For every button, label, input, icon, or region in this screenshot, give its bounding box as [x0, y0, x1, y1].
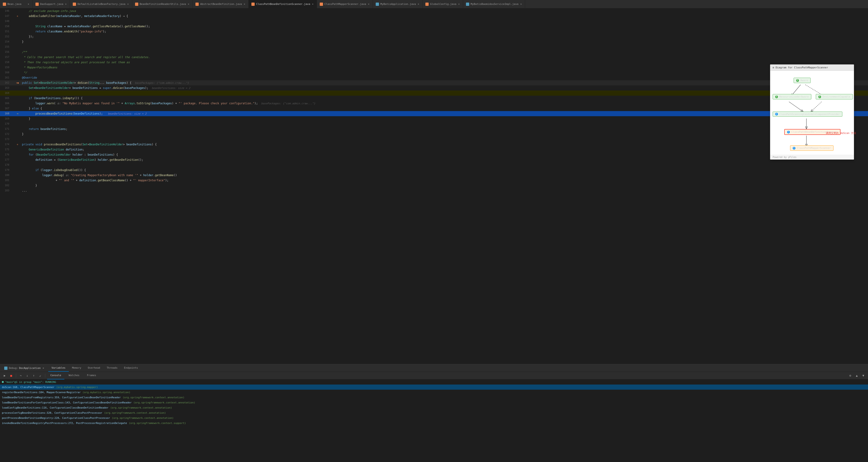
tab-classpathbeandefinition[interactable]: ClassPathBeanDefinitionScanner.java ×: [249, 0, 317, 8]
line-content-168: processBeanDefinitions(beanDefinitions);…: [21, 111, 868, 116]
debug-toolbar: ▶ ■ ↷ ↓ ↑ ↙ Console Watches Frames ⚙ ▲ ▼: [0, 372, 868, 379]
tab-defaultlistable[interactable]: DefaultListableBeanFactory.java ×: [70, 0, 132, 8]
line-content-162: public Set<BeanDefinitionHolder> doScan(…: [21, 80, 868, 86]
tab-close-mybatisbaomidou[interactable]: ×: [520, 2, 522, 6]
line-content-176: for (BeanDefinitionHolder holder : beanD…: [21, 152, 868, 157]
tab-label-defaultlistable: DefaultListableBeanFactory.java: [78, 3, 125, 6]
tab-close-beandefinitionreader[interactable]: ×: [187, 2, 190, 6]
frame-item-2[interactable]: loadBeanDefinitionsFromRegistrars:359, C…: [0, 395, 868, 400]
tab-icon-beandefinitionreader: [135, 3, 138, 6]
line-content-151: return className.endsWith("package-info"…: [21, 29, 868, 34]
uml-node-resourceloaderaware[interactable]: I ResourceLoaderAware: [773, 94, 811, 99]
gutter-147: ⊙: [14, 13, 21, 19]
debug-btn-minimize[interactable]: ▼: [861, 373, 866, 378]
tab-label-bean: Bean.java: [7, 3, 22, 6]
tab-label-globalconfig: GlobalConfig.java: [430, 3, 456, 6]
node-label-aware: Aware: [800, 79, 808, 82]
tab-close-daosupport[interactable]: ×: [65, 2, 67, 6]
debug-btn-stop[interactable]: ■: [8, 373, 14, 378]
debug-sub-tab-frames-label: Frames: [87, 374, 96, 377]
debug-tab-variables[interactable]: Variables: [48, 365, 69, 372]
main-area: 146 // exclude package-info.java 147 ⊙ a…: [0, 8, 868, 462]
line-num-147: 147: [0, 13, 14, 19]
frame-item-3[interactable]: loadBeanDefinitionsForConfigurationClass…: [0, 400, 868, 405]
line-num-181: 181: [0, 178, 14, 183]
editor-area: 146 // exclude package-info.java 147 ⊙ a…: [0, 8, 868, 364]
line-num-179: 179: [0, 168, 14, 173]
debug-btn-maximize[interactable]: ▲: [854, 373, 860, 378]
debug-sub-tab-console[interactable]: Console: [47, 372, 64, 379]
line-num-162: 162: [0, 80, 14, 85]
tab-beandefinitionreader[interactable]: BeanDefinitionReaderUtils.java ×: [132, 0, 193, 8]
debug-sub-tab-watches[interactable]: Watches: [65, 372, 83, 379]
line-content-152: });: [21, 34, 868, 39]
uml-node-classpathscanning[interactable]: C ClassPathScanningCandidateComponentPro…: [773, 112, 842, 117]
tab-mybatisapplication[interactable]: MyBatisApplication.java ×: [373, 0, 423, 8]
line-content-182: }: [21, 183, 868, 188]
line-content-165: if (beanDefinitions.isEmpty()) {: [21, 96, 868, 101]
debug-btn-resume[interactable]: ▶: [2, 373, 7, 378]
code-editor[interactable]: 146 // exclude package-info.java 147 ⊙ a…: [0, 8, 868, 364]
debug-sub-tab-frames[interactable]: Frames: [84, 372, 100, 379]
tab-close-mybatisapplication[interactable]: ×: [417, 2, 420, 6]
frame-item-0[interactable]: doScan:168, ClassPathMapperScanner (org.…: [0, 384, 868, 390]
debug-tab-memory[interactable]: Memory: [69, 365, 85, 372]
debug-content[interactable]: "main"@1 in group "main": RUNNING doScan…: [0, 379, 868, 462]
diagram-icon: ⊞: [773, 66, 774, 69]
running-dot: [2, 381, 4, 383]
tab-close-classpathscanner[interactable]: ×: [368, 2, 370, 6]
line-content-177: definition = (GenericBeanDefinition) hol…: [21, 157, 868, 163]
line-content-156: /**: [21, 50, 868, 55]
tab-close-bean[interactable]: ×: [27, 2, 30, 6]
frame-item-4[interactable]: loadConfigBeanDefinitions:116, Configura…: [0, 405, 868, 410]
debug-tab-threads[interactable]: Threads: [103, 365, 121, 372]
frame-item-7[interactable]: invokeBeanDefinitionRegistryPostProcesso…: [0, 421, 868, 426]
line-num-169: 169: [0, 116, 14, 121]
frame-item-6[interactable]: postProcessBeanDefinitionRegistry:228, C…: [0, 415, 868, 421]
tab-abstractbeandefinition[interactable]: AbstractBeanDefinition.java ×: [193, 0, 249, 8]
frame-item-1[interactable]: registerBeanDefinitions:104, MapperScann…: [0, 390, 868, 395]
code-line-178: 178: [0, 163, 868, 168]
code-line-163: 163 Set<BeanDefinitionHolder> beanDefini…: [0, 85, 868, 90]
tab-globalconfig[interactable]: GlobalConfig.java ×: [423, 0, 463, 8]
tab-close-abstractbeandefinition[interactable]: ×: [243, 2, 246, 6]
debug-tab-overhead[interactable]: Overhead: [85, 365, 103, 372]
code-line-173: 173: [0, 137, 868, 142]
line-content-172: }: [21, 132, 868, 137]
debug-btn-step-out[interactable]: ↑: [31, 373, 37, 378]
frame-pkg-5: (org.springframework.context.annotation): [104, 411, 166, 414]
frame-text-3: loadBeanDefinitionsForConfigurationClass…: [2, 401, 131, 404]
debug-tabs: Debug: DocApplication × Variables Memory…: [0, 365, 868, 372]
line-content-157: * Calls the parent search that will sear…: [21, 55, 868, 60]
debug-tab-endpoints[interactable]: Endpoints: [121, 365, 141, 372]
code-line-172: 172 }: [0, 132, 868, 137]
tab-label-mybatisapplication: MyBatisApplication.java: [380, 3, 416, 6]
debug-close-btn[interactable]: ×: [42, 367, 44, 370]
tab-bar: Bean.java × DaoSupport.java × DefaultLis…: [0, 0, 868, 8]
debug-btn-step-over[interactable]: ↷: [18, 373, 24, 378]
code-line-174: 174 ⊙ private void processBeanDefinition…: [0, 142, 868, 147]
line-content-179: if (logger.isDebugEnabled()) {: [21, 168, 868, 173]
tab-icon-defaultlistable: [73, 3, 76, 6]
debug-btn-run-to-cursor[interactable]: ↙: [37, 373, 43, 378]
code-line-175: 175 GenericBeanDefinition definition;: [0, 147, 868, 152]
line-num-173: 173: [0, 137, 14, 142]
tab-bean[interactable]: Bean.java ×: [0, 0, 33, 8]
line-num-146: 146: [0, 8, 14, 13]
frame-text-5: processConfigBeanDefinitions:320, Config…: [2, 411, 102, 414]
running-indicator: "main"@1 in group "main": RUNNING: [0, 379, 868, 384]
tab-close-classpathbeandefinition[interactable]: ×: [312, 2, 314, 6]
debug-btn-settings[interactable]: ⚙: [847, 373, 853, 378]
tab-close-defaultlistable[interactable]: ×: [127, 2, 129, 6]
uml-node-classpathmaperscanner[interactable]: C ClassPathMapperScanner: [790, 145, 834, 151]
tab-mybatisbaomidou[interactable]: MyBatisBaomidouServiceImpl.java ×: [463, 0, 525, 8]
debug-btn-step-into[interactable]: ↓: [25, 373, 30, 378]
tab-close-globalconfig[interactable]: ×: [458, 2, 460, 6]
frame-item-5[interactable]: processConfigBeanDefinitions:320, Config…: [0, 410, 868, 415]
tab-classpathscanner[interactable]: ClassPathMapperScanner.java ×: [317, 0, 373, 8]
uml-node-aware[interactable]: I Aware: [794, 78, 811, 83]
frame-pkg-0: (org.mybatis.spring.mapper): [56, 386, 98, 389]
line-content-146: // exclude package-info.java: [21, 8, 868, 13]
tab-daosupport[interactable]: DaoSupport.java ×: [33, 0, 70, 8]
uml-node-environmentcapable[interactable]: I EnvironmentCapable: [816, 94, 853, 99]
